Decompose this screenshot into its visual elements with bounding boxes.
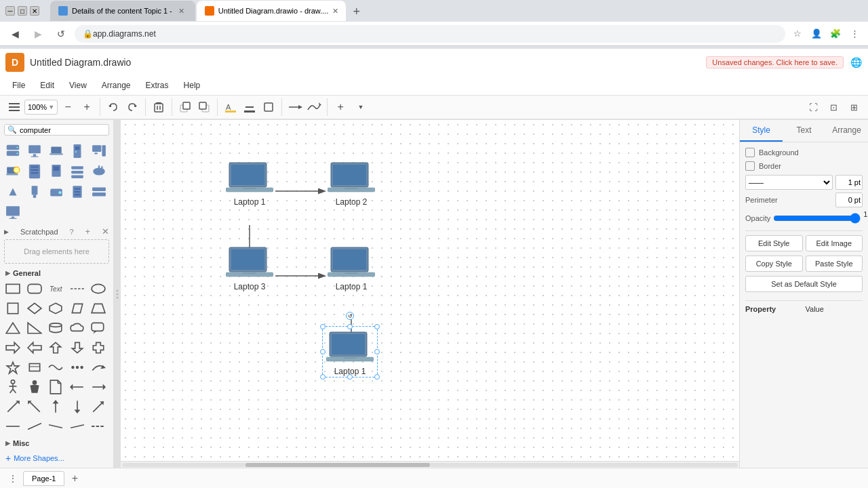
menu-help[interactable]: Help <box>177 78 208 93</box>
redo-button[interactable] <box>123 98 141 116</box>
menu-edit[interactable]: Edit <box>33 78 61 93</box>
undo-button[interactable] <box>104 98 122 116</box>
minimize-button[interactable]: ─ <box>5 6 15 16</box>
shape-line1[interactable] <box>4 418 22 435</box>
shape-trapezoid[interactable] <box>90 300 107 317</box>
scrollbar-track[interactable] <box>122 463 738 467</box>
laptop-node-4[interactable]: Laptop 1 <box>328 245 375 291</box>
shape-doc[interactable] <box>47 378 64 396</box>
shape-desktop[interactable] <box>26 142 43 160</box>
shape-text[interactable]: Text <box>47 280 64 298</box>
sidebar-resizer[interactable] <box>114 120 121 468</box>
perimeter-input[interactable] <box>835 192 863 207</box>
shape-star[interactable] <box>4 359 22 376</box>
scratchpad-hint-icon[interactable]: ? <box>69 228 73 236</box>
shape-stick-figure[interactable] <box>4 378 22 396</box>
shape-router[interactable] <box>90 163 108 180</box>
reload-button[interactable]: ↺ <box>52 24 71 43</box>
fit-page-button[interactable]: ⊡ <box>825 98 842 116</box>
shape-diamond[interactable] <box>26 300 43 317</box>
shape-rect[interactable] <box>4 280 22 298</box>
address-bar-input[interactable]: 🔒 app.diagrams.net <box>75 25 785 43</box>
shape-line4[interactable] <box>68 418 86 435</box>
tab-close-2[interactable]: ✕ <box>332 5 338 16</box>
connection-button[interactable] <box>286 98 304 116</box>
extensions-icon[interactable]: 🧩 <box>827 26 844 42</box>
shape-network-laptop[interactable] <box>4 163 22 180</box>
shape-tower[interactable] <box>68 142 86 160</box>
shape-wave[interactable] <box>47 359 64 376</box>
shape-hexagon[interactable] <box>47 300 64 317</box>
forward-button[interactable]: ▶ <box>28 24 47 43</box>
shape-button[interactable] <box>260 98 277 116</box>
laptop-node-1[interactable]: Laptop 1 <box>226 161 273 207</box>
menu-extras[interactable]: Extras <box>139 78 176 93</box>
canvas[interactable]: Laptop 1 Laptop 2 <box>121 120 739 468</box>
add-page-button[interactable]: + <box>67 471 82 486</box>
unsaved-badge[interactable]: Unsaved changes. Click here to save. <box>706 56 844 68</box>
opacity-slider[interactable] <box>773 211 861 225</box>
profile-icon[interactable]: 👤 <box>808 26 825 42</box>
shape-speech-bubble[interactable] <box>90 319 107 337</box>
shape-server[interactable] <box>4 142 22 160</box>
maximize-button[interactable]: □ <box>18 6 27 16</box>
shape-arrow-ur[interactable] <box>90 398 107 415</box>
edit-image-button[interactable]: Edit Image <box>806 235 863 251</box>
border-checkbox[interactable] <box>745 161 755 171</box>
shape-usb[interactable] <box>26 183 43 201</box>
search-input[interactable] <box>20 126 113 134</box>
shape-arrow-right[interactable] <box>4 339 22 357</box>
canvas-scrollbar[interactable] <box>121 461 739 468</box>
page-tab-1[interactable]: Page-1 <box>23 471 64 486</box>
menu-file[interactable]: File <box>5 78 32 93</box>
shape-diag-arrow1[interactable] <box>4 398 22 415</box>
shape-square[interactable] <box>4 300 22 317</box>
laptop-node-5[interactable]: ↺ Laptop 1 <box>326 330 374 376</box>
shape-rack[interactable] <box>26 163 43 180</box>
shape-cylinder[interactable] <box>47 319 64 337</box>
shape-dots[interactable] <box>68 359 86 376</box>
shape-cross[interactable] <box>90 339 107 357</box>
line-color-button[interactable] <box>241 98 258 116</box>
laptop-node-3[interactable]: Laptop 3 <box>226 245 273 291</box>
fill-color-button[interactable]: A <box>222 98 239 116</box>
page-menu-button[interactable]: ⋮ <box>5 471 20 486</box>
shape-server2[interactable] <box>68 163 86 180</box>
laptop-node-2[interactable]: Laptop 2 <box>328 161 375 207</box>
shape-blade[interactable] <box>90 183 108 201</box>
shape-arrow-up[interactable] <box>47 339 64 357</box>
shape-rect-rounded[interactable] <box>26 280 43 298</box>
shape-monitor-tower[interactable] <box>90 142 108 160</box>
zoom-in-button[interactable]: + <box>78 98 96 116</box>
tab-style[interactable]: Style <box>740 120 783 142</box>
scratchpad-more-icon[interactable]: ✕ <box>102 226 109 237</box>
back-button[interactable]: ◀ <box>5 24 24 43</box>
scratchpad-add-icon[interactable]: + <box>85 226 91 237</box>
shape-line5[interactable] <box>90 418 107 435</box>
bookmark-icon[interactable]: ☆ <box>789 26 806 42</box>
shape-triangle[interactable] <box>4 319 22 337</box>
border-line-select[interactable]: —— <box>745 175 833 190</box>
tab-arrange[interactable]: Arrange <box>825 120 868 142</box>
edit-style-button[interactable]: Edit Style <box>745 235 803 251</box>
menu-view[interactable]: View <box>62 78 94 93</box>
shape-bigmonitor[interactable] <box>4 203 22 221</box>
shape-arrow-right2[interactable] <box>90 378 107 396</box>
tab-details[interactable]: Details of the content Topic 1 - ✕ <box>50 1 195 21</box>
shape-ellipse[interactable] <box>90 280 107 298</box>
shape-arrow-down2[interactable] <box>68 398 86 415</box>
shape-arrow-left2[interactable] <box>68 378 86 396</box>
shape-diag-arrow2[interactable] <box>26 398 43 415</box>
shape-nas[interactable] <box>68 183 86 201</box>
shape-actor[interactable] <box>26 378 43 396</box>
shape-parallelogram[interactable] <box>68 300 86 317</box>
fullscreen-button[interactable]: ⛶ <box>804 98 822 116</box>
copy-style-button[interactable]: Copy Style <box>745 256 803 272</box>
shape-pen[interactable] <box>4 183 22 201</box>
zoom-out-button[interactable]: − <box>59 98 77 116</box>
border-pt-input[interactable] <box>835 175 863 190</box>
section-general[interactable]: ▶ General <box>0 266 113 279</box>
to-front-button[interactable] <box>176 98 194 116</box>
shape-drive[interactable] <box>47 183 65 201</box>
shape-cloud[interactable] <box>68 319 86 337</box>
